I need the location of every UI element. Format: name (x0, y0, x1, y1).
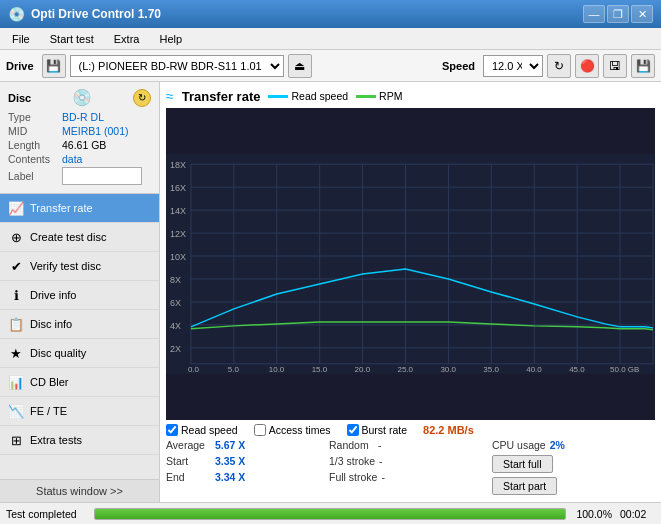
nav-drive-info[interactable]: ℹ Drive info (0, 281, 159, 310)
disc-quality-icon: ★ (8, 345, 24, 361)
verify-test-disc-icon: ✔ (8, 258, 24, 274)
nav-extra-tests[interactable]: ⊞ Extra tests (0, 426, 159, 455)
disc-contents-value: data (62, 153, 82, 165)
disc-section-label: Disc (8, 92, 31, 104)
app-title: Opti Drive Control 1.70 (31, 7, 161, 21)
start-part-button[interactable]: Start part (492, 477, 557, 495)
nav-items: 📈 Transfer rate ⊕ Create test disc ✔ Ver… (0, 194, 159, 479)
menu-file[interactable]: File (4, 31, 38, 47)
cd-bler-icon: 📊 (8, 374, 24, 390)
disc-label-label: Label (8, 170, 58, 182)
chart-title: Transfer rate (182, 89, 261, 104)
svg-text:10X: 10X (170, 252, 186, 262)
svg-text:45.0: 45.0 (569, 365, 585, 374)
status-bar: Test completed 100.0% 00:02 (0, 502, 661, 524)
stats-random-label: Random (329, 439, 374, 451)
progress-bar-container (94, 508, 566, 520)
read-speed-checkbox[interactable] (166, 424, 178, 436)
status-text: Test completed (6, 508, 86, 520)
drive-select[interactable]: (L:) PIONEER BD-RW BDR-S11 1.01 (70, 55, 284, 77)
stats-average-row: Average 5.67 X (166, 438, 329, 452)
chart-icon: ≈ (166, 88, 174, 104)
nav-verify-test-disc[interactable]: ✔ Verify test disc (0, 252, 159, 281)
nav-disc-quality[interactable]: ★ Disc quality (0, 339, 159, 368)
restore-button[interactable]: ❐ (607, 5, 629, 23)
extra-tests-icon: ⊞ (8, 432, 24, 448)
speed-select[interactable]: 12.0 X MAX 4.0 X 8.0 X (483, 55, 543, 77)
stats-col-1: Average 5.67 X Start 3.35 X End 3.34 X (166, 438, 329, 496)
disc-mid-label: MID (8, 125, 58, 137)
title-bar-left: 💿 Opti Drive Control 1.70 (8, 6, 161, 22)
menu-start-test[interactable]: Start test (42, 31, 102, 47)
disc-info-icon: 📋 (8, 316, 24, 332)
stats-start-value: 3.35 X (215, 455, 250, 467)
legend-read-speed-label: Read speed (291, 90, 348, 102)
nav-create-test-disc-label: Create test disc (30, 231, 106, 243)
disc-info-panel: Disc 💿 ↻ Type BD-R DL MID MEIRB1 (001) L… (0, 82, 159, 194)
toolbar: Drive 💾 (L:) PIONEER BD-RW BDR-S11 1.01 … (0, 50, 661, 82)
close-button[interactable]: ✕ (631, 5, 653, 23)
legend-read-speed-color (268, 95, 288, 98)
stats-third-stroke-value: - (379, 455, 414, 467)
nav-fe-te-label: FE / TE (30, 405, 67, 417)
svg-text:40.0: 40.0 (526, 365, 542, 374)
svg-text:5.0: 5.0 (228, 365, 240, 374)
disc-length-row: Length 46.61 GB (8, 139, 151, 151)
stats-third-stroke-row: 1/3 stroke - (329, 454, 492, 468)
legend-read-speed: Read speed (268, 90, 348, 102)
read-speed-checkbox-label: Read speed (181, 424, 238, 436)
title-bar: 💿 Opti Drive Control 1.70 — ❐ ✕ (0, 0, 661, 28)
svg-text:15.0: 15.0 (312, 365, 328, 374)
svg-text:16X: 16X (170, 183, 186, 193)
nav-disc-quality-label: Disc quality (30, 347, 86, 359)
stats-cpu-label: CPU usage (492, 439, 546, 451)
checkbox-read-speed[interactable]: Read speed (166, 424, 238, 436)
access-times-checkbox-label: Access times (269, 424, 331, 436)
progress-bar (95, 509, 565, 519)
nav-disc-info-label: Disc info (30, 318, 72, 330)
disc-label-input[interactable] (62, 167, 142, 185)
stats-full-stroke-row: Full stroke - (329, 470, 492, 484)
app-icon: 💿 (8, 6, 25, 22)
stats-random-value: - (378, 439, 413, 451)
toolbar-btn-2[interactable]: 🖫 (603, 54, 627, 78)
svg-text:18X: 18X (170, 160, 186, 170)
checkbox-access-times[interactable]: Access times (254, 424, 331, 436)
access-times-checkbox[interactable] (254, 424, 266, 436)
burst-rate-checkbox[interactable] (347, 424, 359, 436)
nav-cd-bler[interactable]: 📊 CD Bler (0, 368, 159, 397)
progress-percent: 100.0% (574, 508, 612, 520)
nav-transfer-rate[interactable]: 📈 Transfer rate (0, 194, 159, 223)
drive-info-icon: ℹ (8, 287, 24, 303)
disc-label-row: Label (8, 167, 151, 185)
stats-rows: Average 5.67 X Start 3.35 X End 3.34 X R… (166, 438, 655, 496)
title-bar-controls: — ❐ ✕ (583, 5, 653, 23)
legend-rpm: RPM (356, 90, 402, 102)
nav-fe-te[interactable]: 📉 FE / TE (0, 397, 159, 426)
chart-svg: 18X 16X 14X 12X 10X 8X 6X 4X 2X (166, 108, 655, 420)
stats-cpu-row: CPU usage 2% (492, 438, 655, 452)
nav-create-test-disc[interactable]: ⊕ Create test disc (0, 223, 159, 252)
menu-help[interactable]: Help (151, 31, 190, 47)
nav-extra-tests-label: Extra tests (30, 434, 82, 446)
nav-disc-info[interactable]: 📋 Disc info (0, 310, 159, 339)
svg-text:2X: 2X (170, 344, 181, 354)
disc-mid-value: MEIRB1 (001) (62, 125, 129, 137)
toolbar-btn-1[interactable]: 🔴 (575, 54, 599, 78)
disc-refresh-button[interactable]: ↻ (133, 89, 151, 107)
status-window-button[interactable]: Status window >> (0, 479, 159, 502)
minimize-button[interactable]: — (583, 5, 605, 23)
checkbox-burst-rate[interactable]: Burst rate (347, 424, 408, 436)
disc-mid-row: MID MEIRB1 (001) (8, 125, 151, 137)
time-display: 00:02 (620, 508, 655, 520)
disc-type-label: Type (8, 111, 58, 123)
drive-label: Drive (6, 60, 34, 72)
refresh-button[interactable]: ↻ (547, 54, 571, 78)
eject-button[interactable]: ⏏ (288, 54, 312, 78)
svg-text:50.0 GB: 50.0 GB (610, 365, 639, 374)
svg-text:8X: 8X (170, 275, 181, 285)
toolbar-btn-3[interactable]: 💾 (631, 54, 655, 78)
start-full-button[interactable]: Start full (492, 455, 553, 473)
menu-extra[interactable]: Extra (106, 31, 148, 47)
svg-text:14X: 14X (170, 206, 186, 216)
